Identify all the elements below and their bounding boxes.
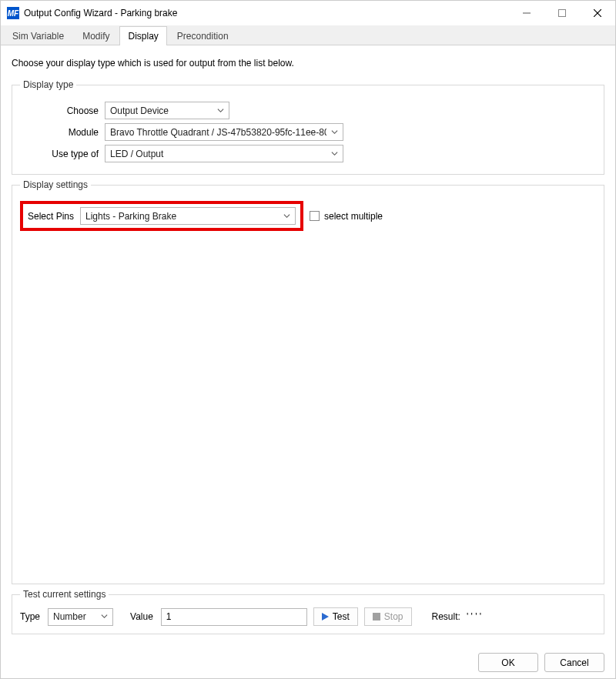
value-label: Value <box>130 611 153 622</box>
chevron-down-icon <box>331 127 338 138</box>
minimize-button[interactable] <box>509 1 544 25</box>
display-settings-legend: Display settings <box>20 179 91 190</box>
ok-button[interactable]: OK <box>478 653 538 672</box>
tab-precondition[interactable]: Precondition <box>169 26 237 45</box>
output-config-wizard-window: MF Output Config Wizard - Parking brake … <box>0 0 616 679</box>
module-select[interactable]: Bravo Throttle Quadrant / JS-47b53820-95… <box>105 123 343 141</box>
select-pins-select[interactable]: Lights - Parking Brake <box>80 207 296 225</box>
type-label: Type <box>20 611 40 622</box>
stop-icon <box>373 613 380 620</box>
select-multiple-checkbox[interactable] <box>310 211 320 221</box>
test-settings-group: Test current settings Type Number Value … <box>12 589 604 634</box>
tab-sim-variable[interactable]: Sim Variable <box>4 26 72 45</box>
app-icon: MF <box>7 7 19 19</box>
use-type-select[interactable]: LED / Output <box>105 145 343 162</box>
result-label: Result: <box>432 611 460 622</box>
stop-button-label: Stop <box>384 611 403 622</box>
select-pins-value: Lights - Parking Brake <box>85 211 176 222</box>
maximize-icon <box>558 9 566 17</box>
module-label: Module <box>20 127 105 138</box>
display-type-group: Display type Choose Output Device Module… <box>12 79 604 175</box>
stop-button[interactable]: Stop <box>364 607 412 626</box>
use-type-label: Use type of <box>20 149 105 159</box>
result-value: ' ' ' ' <box>467 611 481 622</box>
play-icon <box>322 613 329 620</box>
choose-label: Choose <box>20 105 105 116</box>
svg-rect-1 <box>559 10 566 17</box>
choose-select[interactable]: Output Device <box>105 102 229 119</box>
display-settings-group: Display settings Select Pins Lights - Pa… <box>12 179 604 584</box>
choose-value: Output Device <box>110 105 169 116</box>
chevron-down-icon <box>283 211 290 222</box>
titlebar: MF Output Config Wizard - Parking brake <box>1 1 615 25</box>
module-value: Bravo Throttle Quadrant / JS-47b53820-95… <box>110 127 326 138</box>
select-pins-label: Select Pins <box>25 211 80 222</box>
type-select[interactable]: Number <box>48 608 113 626</box>
display-type-legend: Display type <box>20 79 76 90</box>
select-pins-highlight: Select Pins Lights - Parking Brake <box>20 201 303 231</box>
use-type-value: LED / Output <box>110 149 163 159</box>
window-title: Output Config Wizard - Parking brake <box>24 8 509 18</box>
chevron-down-icon <box>331 149 338 159</box>
close-button[interactable] <box>580 1 615 25</box>
cancel-button[interactable]: Cancel <box>544 653 604 672</box>
tabbar: Sim Variable Modify Display Precondition <box>1 25 615 45</box>
tab-modify[interactable]: Modify <box>74 26 118 45</box>
dialog-buttonbar: OK Cancel <box>1 647 615 678</box>
tab-content: Choose your display type which is used f… <box>1 45 615 647</box>
tab-display[interactable]: Display <box>119 26 166 45</box>
maximize-button[interactable] <box>544 1 580 25</box>
select-multiple-label: select multiple <box>324 211 383 222</box>
test-button-label: Test <box>333 611 350 622</box>
test-button[interactable]: Test <box>313 607 358 626</box>
minimize-icon <box>523 9 531 17</box>
chevron-down-icon <box>217 105 224 116</box>
test-settings-legend: Test current settings <box>20 589 109 600</box>
close-icon <box>594 9 601 17</box>
instruction-text: Choose your display type which is used f… <box>12 58 604 69</box>
type-value: Number <box>53 611 86 622</box>
chevron-down-icon <box>101 611 108 622</box>
value-input[interactable] <box>161 608 307 626</box>
